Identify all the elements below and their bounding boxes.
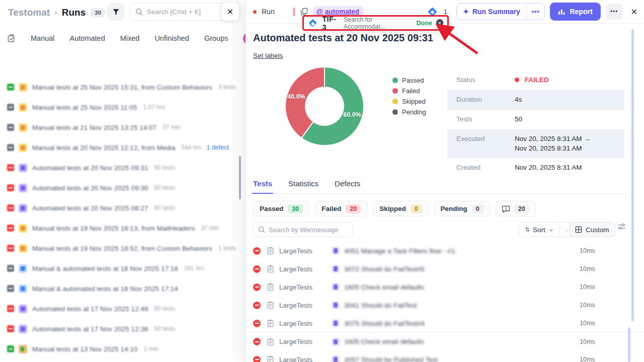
app-name: Testomat [8, 7, 50, 18]
failed-test-icon [253, 247, 261, 255]
detail-tabs: TestsStatisticsDefects [253, 179, 624, 194]
run-summary-label: Run Summary [472, 8, 520, 16]
test-row[interactable]: LargeTests 3057 Should be Published Test… [246, 350, 644, 362]
run-list-item[interactable]: Automated tests at 20 Nov 2025 08:27 50 … [0, 198, 246, 218]
run-title: Manual & automated tests at 18 Nov 2025 … [32, 265, 178, 272]
run-type-tab[interactable]: Mixed [120, 34, 140, 42]
test-row[interactable]: LargeTests 3072 Should do FailTest#5 10m… [246, 260, 644, 278]
left-scrollbar[interactable] [239, 156, 241, 199]
copy-button[interactable] [300, 8, 308, 16]
global-search[interactable] [130, 3, 229, 21]
chart-legend: Passed Failed Skipped Pending [392, 75, 426, 117]
test-list-scrollbar[interactable] [628, 327, 630, 362]
report-button[interactable]: Report [550, 3, 600, 21]
run-type-tab[interactable]: Manual [31, 34, 55, 42]
run-meta: 1.07 hrs [143, 104, 165, 111]
run-list-item[interactable]: Manual tests at 13 Nov 2025 14:10 1 min [0, 339, 246, 359]
test-row[interactable]: LargeTests 3075 Should do FailTest#4 10m… [246, 314, 644, 332]
run-type-icon [19, 103, 27, 112]
run-title: Manual tests at 21 Nov 2025 13:25 14:07 [32, 124, 156, 131]
test-row[interactable]: LargeTests 3041 Should do FailTest 10ms [246, 296, 644, 314]
run-status-icon [7, 84, 14, 91]
clipboard-icon [267, 319, 274, 327]
test-id-badge [332, 338, 340, 346]
sort-button[interactable]: ⇅ Sort ⌄ [519, 223, 559, 237]
test-duration: 10ms [580, 320, 637, 327]
jira-issue-status: Done [416, 20, 432, 27]
run-status-icon [7, 204, 14, 211]
run-status-icon [7, 285, 14, 292]
sort-label: Sort [533, 226, 545, 234]
global-search-input[interactable] [147, 8, 212, 16]
run-tag-label: automated [325, 8, 359, 15]
run-title: Manual tests at 25 Nov 2025 15:31, from … [32, 84, 212, 91]
display-settings-button[interactable] [617, 223, 626, 231]
status-filter-chip[interactable]: Pending 0 [434, 201, 490, 216]
test-title: 3075 Should do FailTest#4 [344, 320, 580, 327]
close-icon: ✕ [631, 8, 637, 16]
run-detail-panel: Run @ automated 1 ✦ Run Summary ••• Repo… [246, 0, 644, 362]
filter-button[interactable] [107, 3, 125, 21]
status-filter-chip[interactable]: Failed 20 [315, 201, 367, 216]
info-row: Tests 50 [447, 110, 624, 129]
run-type-icon [19, 204, 27, 212]
detail-tab[interactable]: Tests [253, 179, 272, 193]
run-list-item[interactable]: Manual tests at 20 Nov 2025 12:12, from … [0, 137, 246, 158]
sliders-icon [617, 223, 626, 231]
milestone-color-bar[interactable] [293, 8, 295, 16]
test-search[interactable] [253, 222, 353, 237]
run-list-item[interactable]: Manual tests at 21 Nov 2025 13:25 14:07 … [0, 117, 246, 137]
run-type-tab[interactable]: Unfinished [154, 34, 189, 42]
run-list-item[interactable]: Manual tests at 25 Nov 2025 15:31, from … [0, 77, 246, 97]
run-list-item[interactable]: Manual & automated tests at 18 Nov 2025 … [0, 258, 246, 278]
search-icon [258, 226, 265, 233]
run-summary-more-button[interactable]: ••• [526, 4, 545, 20]
run-list-item[interactable]: Automated tests at 17 Nov 2025 12:49 50 … [0, 299, 246, 319]
test-row[interactable]: LargeTests 4051 Manage a Task Filters fl… [246, 242, 644, 260]
run-title: Automated tests at 17 Nov 2025 12:36 [32, 325, 148, 333]
run-list-item[interactable]: Automated tests at 20 Nov 2025 09:31 50 … [0, 158, 246, 178]
custom-columns-button[interactable]: Custom [569, 222, 615, 237]
run-status-icon [7, 345, 14, 352]
run-list-item[interactable]: Manual & automated tests at 18 Nov 2025 … [0, 278, 246, 299]
detail-tab[interactable]: Defects [335, 179, 360, 193]
panel-scrollbar[interactable] [631, 29, 634, 321]
more-actions-button[interactable]: ••• [606, 4, 623, 20]
run-type-tab[interactable]: Groups [204, 34, 228, 42]
detail-tab[interactable]: Statistics [288, 179, 318, 193]
info-label: Executed [456, 134, 515, 154]
run-list-item[interactable]: Manual tests at 19 Nov 2025 18:52, from … [0, 238, 246, 258]
run-meta: 50 tests [154, 164, 175, 171]
test-duration: 10ms [580, 302, 637, 309]
run-summary-button[interactable]: ✦ Run Summary ••• [456, 3, 545, 20]
failed-slice-label: 40.0% [287, 93, 305, 100]
status-filter-chip[interactable]: Skipped 0 [373, 201, 428, 216]
run-defect-link[interactable]: 1 defect [206, 144, 228, 151]
search-close-button[interactable]: ✕ [221, 3, 239, 21]
run-list-item[interactable]: Manual tests at 25 Nov 2025 11:05 1.07 h… [0, 97, 246, 117]
close-panel-button[interactable]: ✕ [631, 7, 637, 17]
run-meta: 50 tests [154, 325, 175, 332]
set-labels-link[interactable]: Set labels [253, 52, 283, 59]
run-title: Manual tests at 19 Nov 2025 18:13, from … [32, 225, 195, 232]
info-label: Duration [456, 95, 515, 105]
more-icon: ••• [610, 8, 618, 15]
select-all-icon[interactable] [7, 34, 16, 43]
run-list-item[interactable]: Manual tests at 19 Nov 2025 18:13, from … [0, 218, 246, 238]
test-row[interactable]: LargeTests 1605 Check email defaults 10m… [246, 278, 644, 296]
tooltip-close-button[interactable]: ✕ [436, 19, 443, 27]
status-filter-chips: Passed 30 Failed 20 Skipped 0 Pending 0 [253, 201, 536, 216]
comments-filter-chip[interactable]: 20 [496, 201, 536, 216]
test-row[interactable]: LargeTests 1605 Check email defaults 10m… [246, 332, 644, 350]
report-label: Report [570, 8, 592, 16]
run-meta: 50 tests [154, 305, 175, 312]
status-filter-chip[interactable]: Passed 30 [253, 201, 309, 216]
test-search-input[interactable] [269, 226, 344, 234]
info-label: Status [456, 76, 515, 85]
run-list-item[interactable]: Automated tests at 17 Nov 2025 12:36 50 … [0, 319, 246, 339]
run-type-icon [19, 164, 27, 172]
run-list-item[interactable]: Automated tests at 20 Nov 2025 09:30 50 … [0, 178, 246, 198]
test-title: 3041 Should do FailTest [344, 302, 580, 309]
jira-issue-key[interactable]: TIF-3 [322, 15, 339, 31]
run-type-tab[interactable]: Automated [70, 34, 105, 42]
